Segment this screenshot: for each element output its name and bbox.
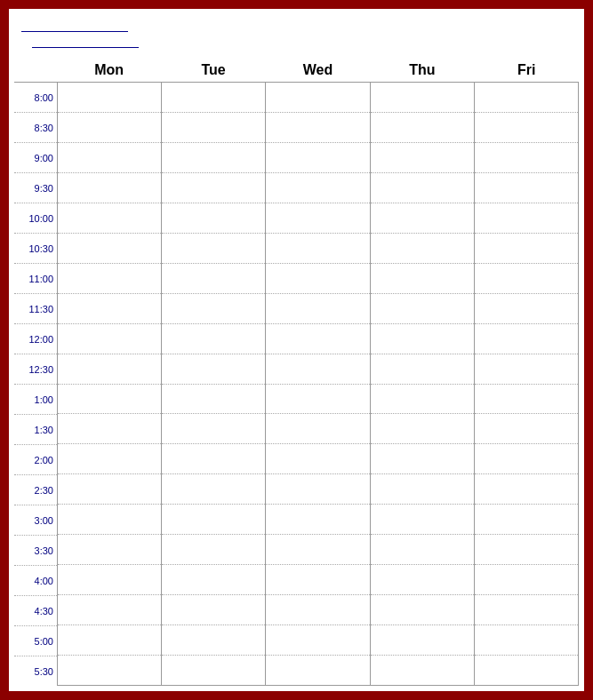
slot-thu-5-30[interactable] [371, 656, 474, 685]
slot-fri-11-30[interactable] [475, 294, 578, 324]
week-of-input[interactable] [32, 36, 139, 48]
slot-wed-8-30[interactable] [266, 113, 369, 143]
slot-mon-11-00[interactable] [58, 264, 161, 294]
slot-thu-2-00[interactable] [371, 444, 474, 474]
slot-mon-1-30[interactable] [58, 414, 161, 444]
slot-mon-2-00[interactable] [58, 444, 161, 474]
slot-tue-9-30[interactable] [162, 173, 265, 203]
slot-fri-3-30[interactable] [475, 535, 578, 565]
slot-tue-11-00[interactable] [162, 264, 265, 294]
slot-tue-3-00[interactable] [162, 505, 265, 535]
slot-mon-4-30[interactable] [58, 595, 161, 625]
slot-wed-9-00[interactable] [266, 143, 369, 173]
slot-thu-5-00[interactable] [371, 625, 474, 656]
slot-mon-3-30[interactable] [58, 535, 161, 565]
slot-wed-5-30[interactable] [266, 656, 369, 685]
slot-tue-12-00[interactable] [162, 324, 265, 354]
slot-fri-8-30[interactable] [475, 113, 578, 143]
slot-thu-10-00[interactable] [371, 203, 474, 234]
slot-wed-4-30[interactable] [266, 595, 369, 625]
slot-thu-1-30[interactable] [371, 414, 474, 444]
slot-fri-3-00[interactable] [475, 505, 578, 535]
slot-fri-4-00[interactable] [475, 565, 578, 595]
slot-tue-10-00[interactable] [162, 203, 265, 234]
slot-wed-1-00[interactable] [266, 385, 369, 415]
slot-tue-5-00[interactable] [162, 625, 265, 656]
slot-wed-3-30[interactable] [266, 535, 369, 565]
slot-fri-1-30[interactable] [475, 414, 578, 444]
slot-wed-1-30[interactable] [266, 414, 369, 444]
slot-thu-8-00[interactable] [371, 83, 474, 113]
slot-wed-2-30[interactable] [266, 474, 369, 505]
slot-wed-11-00[interactable] [266, 264, 369, 294]
slot-fri-5-30[interactable] [475, 656, 578, 685]
slot-mon-9-30[interactable] [58, 173, 161, 203]
slot-wed-12-00[interactable] [266, 324, 369, 354]
slot-fri-1-00[interactable] [475, 385, 578, 415]
slot-wed-8-00[interactable] [266, 83, 369, 113]
slot-wed-12-30[interactable] [266, 354, 369, 385]
slot-fri-11-00[interactable] [475, 264, 578, 294]
slot-mon-10-00[interactable] [58, 203, 161, 234]
slot-wed-4-00[interactable] [266, 565, 369, 595]
slot-mon-1-00[interactable] [58, 385, 161, 415]
slot-mon-5-00[interactable] [58, 625, 161, 656]
slot-thu-12-30[interactable] [371, 354, 474, 385]
slot-thu-11-30[interactable] [371, 294, 474, 324]
slot-fri-12-00[interactable] [475, 324, 578, 354]
slot-mon-12-30[interactable] [58, 354, 161, 385]
slot-fri-10-30[interactable] [475, 234, 578, 264]
slot-mon-11-30[interactable] [58, 294, 161, 324]
slot-wed-9-30[interactable] [266, 173, 369, 203]
slot-tue-5-30[interactable] [162, 656, 265, 685]
slot-tue-12-30[interactable] [162, 354, 265, 385]
slot-mon-5-30[interactable] [58, 656, 161, 685]
slot-tue-8-00[interactable] [162, 83, 265, 113]
slot-thu-4-00[interactable] [371, 565, 474, 595]
slot-fri-10-00[interactable] [475, 203, 578, 234]
slot-thu-2-30[interactable] [371, 474, 474, 505]
slot-mon-2-30[interactable] [58, 474, 161, 505]
slot-thu-1-00[interactable] [371, 385, 474, 415]
slot-wed-11-30[interactable] [266, 294, 369, 324]
slot-tue-9-00[interactable] [162, 143, 265, 173]
slot-fri-8-00[interactable] [475, 83, 578, 113]
room-number-input[interactable] [21, 20, 128, 32]
slot-tue-4-00[interactable] [162, 565, 265, 595]
slot-mon-12-00[interactable] [58, 324, 161, 354]
slot-fri-9-00[interactable] [475, 143, 578, 173]
slot-tue-2-30[interactable] [162, 474, 265, 505]
slot-mon-10-30[interactable] [58, 234, 161, 264]
slot-thu-12-00[interactable] [371, 324, 474, 354]
slot-fri-2-30[interactable] [475, 474, 578, 505]
slot-tue-1-00[interactable] [162, 385, 265, 415]
slot-mon-3-00[interactable] [58, 505, 161, 535]
slot-mon-4-00[interactable] [58, 565, 161, 595]
slot-tue-11-30[interactable] [162, 294, 265, 324]
slot-thu-11-00[interactable] [371, 264, 474, 294]
slot-thu-4-30[interactable] [371, 595, 474, 625]
slot-fri-5-00[interactable] [475, 625, 578, 656]
slot-tue-2-00[interactable] [162, 444, 265, 474]
slot-tue-3-30[interactable] [162, 535, 265, 565]
slot-thu-10-30[interactable] [371, 234, 474, 264]
slot-thu-8-30[interactable] [371, 113, 474, 143]
slot-thu-9-30[interactable] [371, 173, 474, 203]
slot-thu-3-00[interactable] [371, 505, 474, 535]
slot-fri-4-30[interactable] [475, 595, 578, 625]
slot-wed-10-30[interactable] [266, 234, 369, 264]
slot-fri-2-00[interactable] [475, 444, 578, 474]
slot-thu-3-30[interactable] [371, 535, 474, 565]
slot-fri-12-30[interactable] [475, 354, 578, 385]
slot-tue-8-30[interactable] [162, 113, 265, 143]
slot-fri-9-30[interactable] [475, 173, 578, 203]
slot-tue-1-30[interactable] [162, 414, 265, 444]
slot-mon-9-00[interactable] [58, 143, 161, 173]
slot-wed-10-00[interactable] [266, 203, 369, 234]
slot-tue-4-30[interactable] [162, 595, 265, 625]
slot-wed-2-00[interactable] [266, 444, 369, 474]
slot-thu-9-00[interactable] [371, 143, 474, 173]
slot-mon-8-00[interactable] [58, 83, 161, 113]
slot-wed-5-00[interactable] [266, 625, 369, 656]
slot-wed-3-00[interactable] [266, 505, 369, 535]
